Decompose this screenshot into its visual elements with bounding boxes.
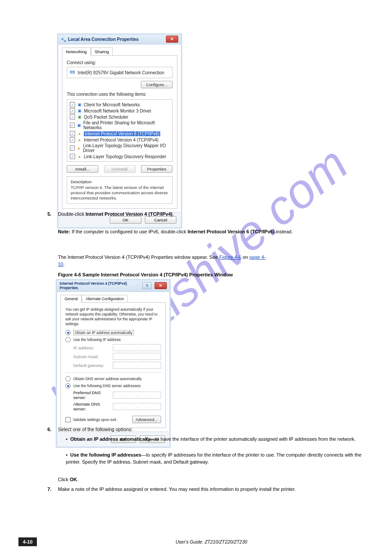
radio-obtain-dns[interactable]: Obtain DNS server address automatically <box>65 376 161 381</box>
protocol-icon: ▲ <box>77 154 82 159</box>
radio-icon[interactable] <box>65 383 71 388</box>
protocol-icon: ▲ <box>76 146 81 150</box>
window-titlebar: Local Area Connection Properties ✕ <box>58 35 181 44</box>
radio-use-ip[interactable]: Use the following IP address: <box>65 337 161 342</box>
alt-dns-input[interactable]: ... <box>113 403 161 410</box>
step-6-option-2: • Use the following IP addresses—to spec… <box>66 452 372 466</box>
tabs-row: General Alternate Configuration <box>57 292 169 302</box>
checkbox-icon[interactable]: ✓ <box>70 131 75 136</box>
uses-items-label: This connection uses the following items… <box>67 92 173 97</box>
tab-networking[interactable]: Networking <box>62 47 91 56</box>
description-box: Description TCP/IP version 6. The latest… <box>67 176 173 204</box>
validate-checkbox-row[interactable]: Validate settings upon exit <box>65 417 116 422</box>
footer-text: User's Guide: ZT210/ZT220/ZT230 <box>176 539 247 545</box>
subnet-mask-label: Subnet mask: <box>73 354 110 359</box>
list-item[interactable]: ✓▲Internet Protocol Version 4 (TCP/IPv4) <box>70 137 169 143</box>
radio-icon[interactable] <box>65 376 71 381</box>
list-item[interactable]: ✓▲Link-Layer Topology Discovery Mapper I… <box>70 143 169 153</box>
install-button[interactable]: Install... <box>67 165 98 173</box>
step-7-text: 7. Make a note of the IP address assigne… <box>47 486 372 493</box>
step-6-click-ok: Click OK. <box>58 476 78 483</box>
radio-use-dns[interactable]: Use the following DNS server addresses: <box>65 383 161 388</box>
window-title: Internet Protocol Version 4 (TCP/IPv4) P… <box>60 281 140 290</box>
svg-rect-0 <box>61 38 63 40</box>
radio-obtain-ip[interactable]: Obtain an IP address automatically <box>65 330 161 335</box>
list-item-selected[interactable]: ✓▲Internet Protocol Version 6 (TCP/IPv6) <box>70 131 169 137</box>
step-5-continue: The Internet Protocol Version 4 (TCP/IPv… <box>58 254 372 268</box>
close-icon[interactable]: ✕ <box>166 36 178 43</box>
ipv4-intro-text: You can get IP settings assigned automat… <box>65 307 161 326</box>
checkbox-icon[interactable]: ✓ <box>70 145 75 151</box>
window-titlebar: Internet Protocol Version 4 (TCP/IPv4) P… <box>57 280 169 292</box>
tab-alternate[interactable]: Alternate Configuration <box>82 295 128 303</box>
connection-properties-window: Local Area Connection Properties ✕ Netwo… <box>58 34 182 228</box>
configure-button[interactable]: Configure... <box>141 81 173 88</box>
window-title: Local Area Connection Properties <box>68 37 164 42</box>
gateway-label: Default gateway: <box>73 363 110 368</box>
step-5-note: Note: If the computer is configured to u… <box>58 229 372 236</box>
description-text: TCP/IP version 6. The latest version of … <box>71 185 169 201</box>
share-icon: ▣ <box>76 123 81 127</box>
alt-dns-label: Alternate DNS server: <box>73 402 110 411</box>
pref-dns-label: Preferred DNS server: <box>73 390 110 400</box>
ipv4-properties-window: Internet Protocol Version 4 (TCP/IPv4) P… <box>56 279 170 447</box>
help-icon[interactable]: ? <box>142 282 152 289</box>
description-heading: Description <box>71 179 169 184</box>
list-item[interactable]: ✓▣Microsoft Network Monitor 3 Driver <box>70 108 169 114</box>
items-list[interactable]: ✓▣Client for Microsoft Networks ✓▣Micros… <box>67 99 173 162</box>
figure-caption: Figure 4-6 Sample Internet Protocol Vers… <box>58 272 233 279</box>
close-icon[interactable]: ✕ <box>155 282 167 289</box>
tab-sharing[interactable]: Sharing <box>91 47 113 56</box>
checkbox-icon[interactable]: ✓ <box>70 102 75 107</box>
page-number-badge: 4-10 <box>18 537 37 546</box>
page-link-2[interactable]: 10 <box>58 261 63 267</box>
pref-dns-input[interactable]: ... <box>113 392 161 399</box>
subnet-mask-input: ... <box>113 353 161 360</box>
checkbox-icon[interactable]: ✓ <box>70 154 75 159</box>
gateway-input: ... <box>113 362 161 369</box>
step-6-text: 6. Select one of the following options: <box>47 426 372 433</box>
properties-button[interactable]: Properties <box>141 165 173 173</box>
list-item[interactable]: ✓▣Client for Microsoft Networks <box>70 102 169 108</box>
checkbox-icon[interactable]: ✓ <box>70 114 75 120</box>
svg-line-2 <box>62 40 65 41</box>
ip-address-input: ... <box>113 344 161 351</box>
list-item[interactable]: ✓▣File and Printer Sharing for Microsoft… <box>70 120 169 131</box>
svg-rect-4 <box>71 72 74 73</box>
checkbox-icon[interactable]: ✓ <box>70 137 75 142</box>
connect-using-label: Connect using: <box>67 60 173 65</box>
adapter-field: Intel(R) 82579V Gigabit Network Connecti… <box>67 67 173 78</box>
qos-icon: ▣ <box>77 115 82 119</box>
network-icon <box>61 36 66 42</box>
list-item[interactable]: ✓▣QoS Packet Scheduler <box>70 114 169 120</box>
list-item[interactable]: ✓▲Link-Layer Topology Discovery Responde… <box>70 153 169 160</box>
adapter-name: Intel(R) 82579V Gigabit Network Connecti… <box>78 70 164 75</box>
checkbox-icon[interactable] <box>65 417 71 422</box>
radio-icon[interactable] <box>65 330 71 335</box>
adapter-icon <box>70 69 75 76</box>
client-icon: ▣ <box>77 102 82 107</box>
checkbox-icon[interactable]: ✓ <box>70 108 75 113</box>
protocol-icon: ▲ <box>77 131 82 136</box>
advanced-button[interactable]: Advanced... <box>132 416 161 423</box>
page-link[interactable]: page 4- <box>249 254 266 260</box>
figure-link[interactable]: Figure 4-6 <box>219 254 241 260</box>
tab-general[interactable]: General <box>61 295 82 303</box>
step-6-option-1: • Obtain an IP address automatically—to … <box>66 436 372 443</box>
ip-address-label: IP address: <box>73 345 110 350</box>
radio-icon[interactable] <box>65 337 71 342</box>
driver-icon: ▣ <box>77 109 82 113</box>
protocol-icon: ▲ <box>77 138 82 142</box>
step-5-text: 5. Double-click Internet Protocol Versio… <box>47 211 372 218</box>
uninstall-button: Uninstall <box>104 165 136 173</box>
checkbox-icon[interactable]: ✓ <box>70 123 75 128</box>
tabs-row: Networking Sharing <box>58 44 181 55</box>
